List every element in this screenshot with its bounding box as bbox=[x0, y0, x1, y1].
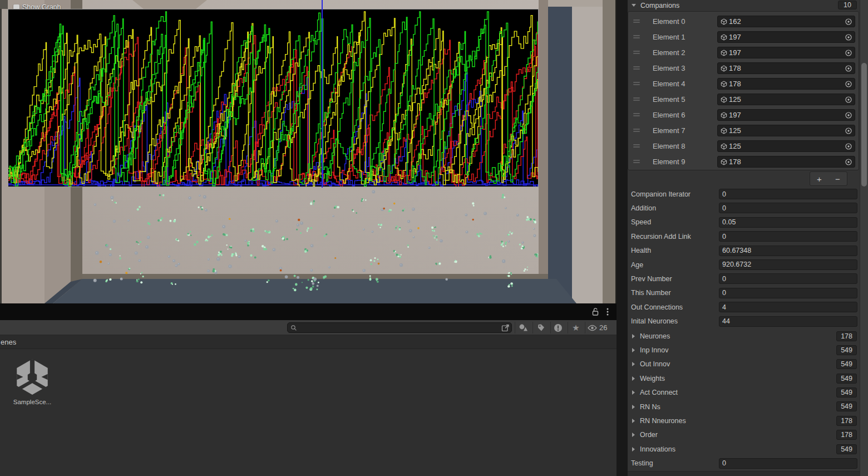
fitness-graph-traces bbox=[8, 9, 538, 187]
property-field[interactable]: 44 bbox=[719, 316, 857, 327]
foldout-open-icon[interactable] bbox=[632, 4, 636, 7]
menu-kebab-icon[interactable] bbox=[606, 307, 609, 316]
foldout-row[interactable]: RN Nneurones 178 bbox=[628, 414, 860, 428]
object-picker-icon[interactable] bbox=[845, 18, 852, 26]
property-field[interactable]: 0 bbox=[719, 189, 857, 199]
foldout-row[interactable]: RN Ns 549 bbox=[628, 400, 860, 414]
drag-handle-icon[interactable] bbox=[633, 160, 640, 163]
panel-divider[interactable] bbox=[617, 0, 628, 476]
hidden-packages-icon[interactable] bbox=[552, 322, 564, 333]
favorites-star-icon[interactable]: ★ bbox=[570, 322, 582, 333]
scrollbar-thumb[interactable] bbox=[861, 63, 867, 187]
array-size-badge[interactable]: 178 bbox=[836, 331, 857, 341]
foldout-closed-icon[interactable] bbox=[632, 348, 635, 352]
object-field[interactable]: 197 bbox=[717, 109, 855, 121]
foldout-row[interactable]: Innovations 549 bbox=[628, 442, 860, 456]
object-field[interactable]: 162 bbox=[717, 16, 855, 27]
object-picker-icon[interactable] bbox=[845, 33, 852, 41]
property-field[interactable]: 0 bbox=[719, 231, 857, 242]
property-field[interactable]: 0 bbox=[719, 288, 857, 298]
property-field[interactable]: 0 bbox=[719, 458, 857, 469]
property-field[interactable]: 0 bbox=[719, 273, 857, 284]
foldout-row[interactable]: Act Connect 549 bbox=[628, 386, 860, 400]
search-input[interactable] bbox=[297, 324, 501, 332]
object-field[interactable]: 125 bbox=[717, 94, 855, 105]
element-row[interactable]: Element 1 197 bbox=[628, 29, 859, 45]
list-size-field[interactable]: 10 bbox=[838, 1, 857, 9]
remove-element-button[interactable]: − bbox=[828, 172, 847, 185]
object-picker-icon[interactable] bbox=[845, 158, 852, 166]
foldout-closed-icon[interactable] bbox=[632, 433, 635, 437]
object-field[interactable]: 178 bbox=[717, 156, 855, 168]
foldout-closed-icon[interactable] bbox=[632, 334, 635, 338]
object-picker-icon[interactable] bbox=[845, 111, 852, 119]
property-field[interactable]: 0 bbox=[719, 203, 857, 213]
array-size-badge[interactable]: 549 bbox=[836, 387, 857, 398]
drag-handle-icon[interactable] bbox=[633, 97, 640, 101]
property-field[interactable]: 0.05 bbox=[719, 217, 857, 228]
element-row[interactable]: Element 5 125 bbox=[628, 91, 859, 107]
element-row[interactable]: Element 8 125 bbox=[628, 138, 859, 154]
array-size-badge[interactable]: 549 bbox=[836, 444, 857, 454]
object-field[interactable]: 125 bbox=[717, 125, 855, 136]
array-size-badge[interactable]: 549 bbox=[836, 359, 857, 369]
project-content-area[interactable]: SampleSce... bbox=[0, 349, 617, 476]
object-picker-icon[interactable] bbox=[845, 96, 852, 104]
foldout-closed-icon[interactable] bbox=[632, 405, 635, 409]
element-row[interactable]: Element 3 178 bbox=[628, 60, 859, 76]
inspector-scrollbar[interactable] bbox=[860, 0, 868, 476]
foldout-closed-icon[interactable] bbox=[632, 376, 635, 381]
object-field[interactable]: 125 bbox=[717, 140, 855, 152]
companions-foldout[interactable]: Companions bbox=[628, 0, 860, 11]
drag-handle-icon[interactable] bbox=[633, 113, 640, 116]
array-size-badge[interactable]: 549 bbox=[836, 345, 857, 355]
foldout-row[interactable]: Inp Innov 549 bbox=[628, 343, 860, 357]
property-field[interactable]: 920.6732 bbox=[719, 259, 857, 270]
element-row[interactable]: Element 9 178 bbox=[628, 154, 859, 169]
element-row[interactable]: Element 4 178 bbox=[628, 76, 859, 91]
filter-by-label-icon[interactable] bbox=[535, 322, 547, 333]
visible-count[interactable]: 26 bbox=[588, 322, 607, 333]
element-row[interactable]: Element 2 197 bbox=[628, 45, 859, 60]
element-row[interactable]: Element 6 197 bbox=[628, 107, 859, 122]
open-search-window-icon[interactable] bbox=[501, 323, 510, 332]
foldout-closed-icon[interactable] bbox=[632, 362, 635, 366]
object-picker-icon[interactable] bbox=[845, 65, 852, 72]
asset-samplescene[interactable]: SampleSce... bbox=[10, 357, 55, 405]
drag-handle-icon[interactable] bbox=[633, 66, 640, 70]
drag-handle-icon[interactable] bbox=[633, 144, 640, 148]
property-field[interactable]: 4 bbox=[719, 302, 857, 312]
drag-handle-icon[interactable] bbox=[633, 51, 640, 54]
drag-handle-icon[interactable] bbox=[633, 35, 640, 38]
foldout-row[interactable]: Order 178 bbox=[628, 428, 860, 442]
element-row[interactable]: Element 7 125 bbox=[628, 122, 859, 138]
drag-handle-icon[interactable] bbox=[633, 129, 640, 132]
object-field[interactable]: 178 bbox=[717, 62, 855, 74]
object-field[interactable]: 197 bbox=[717, 47, 855, 58]
array-size-badge[interactable]: 549 bbox=[836, 374, 857, 384]
array-size-badge[interactable]: 178 bbox=[836, 430, 857, 440]
object-picker-icon[interactable] bbox=[845, 80, 852, 88]
object-field[interactable]: 178 bbox=[717, 78, 855, 90]
element-row[interactable]: Element 0 162 bbox=[628, 13, 859, 29]
array-size-badge[interactable]: 549 bbox=[836, 401, 857, 411]
object-picker-icon[interactable] bbox=[845, 127, 852, 135]
lock-icon[interactable] bbox=[591, 307, 599, 316]
drag-handle-icon[interactable] bbox=[633, 82, 640, 85]
object-picker-icon[interactable] bbox=[845, 143, 852, 150]
property-field[interactable]: 60.67348 bbox=[719, 246, 857, 256]
foldout-closed-icon[interactable] bbox=[632, 390, 635, 395]
search-field[interactable] bbox=[287, 322, 512, 333]
object-field[interactable]: 197 bbox=[717, 31, 855, 43]
filter-by-type-icon[interactable] bbox=[517, 322, 529, 333]
foldout-closed-icon[interactable] bbox=[632, 447, 635, 452]
foldout-row[interactable]: Out Innov 549 bbox=[628, 357, 860, 371]
array-size-badge[interactable]: 178 bbox=[836, 416, 857, 426]
add-element-button[interactable]: + bbox=[810, 172, 828, 185]
drag-handle-icon[interactable] bbox=[633, 19, 640, 23]
foldout-row[interactable]: Neurones 178 bbox=[628, 329, 860, 343]
object-picker-icon[interactable] bbox=[845, 49, 852, 57]
property-row: Speed 0.05 bbox=[628, 215, 860, 229]
foldout-closed-icon[interactable] bbox=[632, 419, 635, 423]
foldout-row[interactable]: Weights 549 bbox=[628, 371, 860, 385]
